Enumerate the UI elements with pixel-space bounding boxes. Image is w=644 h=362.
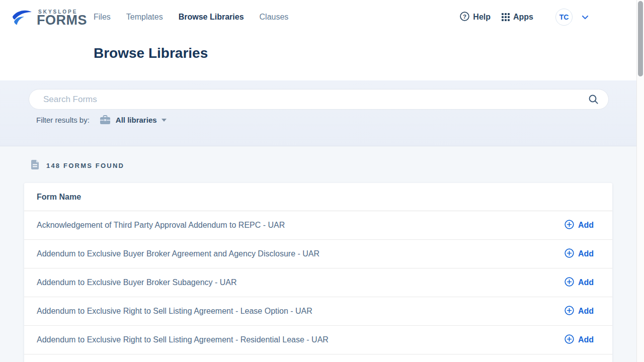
skyslope-swoosh-icon bbox=[11, 9, 33, 31]
results-count-label: 148 FORMS FOUND bbox=[46, 162, 124, 169]
avatar-initials: TC bbox=[559, 13, 569, 21]
page-scrollbar[interactable] bbox=[636, 0, 644, 362]
table-body: Acknowledgement of Third Party Approval … bbox=[24, 211, 612, 354]
search-input[interactable] bbox=[43, 95, 588, 105]
add-label: Add bbox=[578, 221, 594, 230]
add-form-button[interactable]: Add bbox=[565, 248, 594, 260]
table-row: Addendum to Exclusive Buyer Broker Subag… bbox=[24, 268, 612, 297]
results-section: 148 FORMS FOUND Form Name Acknowledgemen… bbox=[0, 147, 636, 362]
forms-table: Form Name Acknowledgement of Third Party… bbox=[24, 183, 612, 362]
add-form-button[interactable]: Add bbox=[565, 306, 594, 317]
column-header-form-name: Form Name bbox=[37, 193, 81, 202]
plus-circle-icon bbox=[565, 306, 574, 317]
add-label: Add bbox=[578, 335, 594, 344]
nav-item-templates[interactable]: Templates bbox=[126, 13, 163, 22]
search-bar bbox=[29, 89, 609, 110]
question-circle-icon: ? bbox=[460, 12, 469, 23]
table-row: Addendum to Exclusive Buyer Broker Agree… bbox=[24, 240, 612, 268]
add-form-button[interactable]: Add bbox=[565, 277, 594, 289]
avatar[interactable]: TC bbox=[555, 9, 573, 26]
table-header-row: Form Name bbox=[24, 183, 612, 211]
page-title: Browse Libraries bbox=[94, 45, 208, 61]
results-count-row: 148 FORMS FOUND bbox=[31, 159, 124, 172]
filter-label: Filter results by: bbox=[36, 116, 90, 124]
library-filter-dropdown[interactable]: All libraries bbox=[116, 116, 157, 124]
plus-circle-icon bbox=[565, 220, 574, 231]
add-label: Add bbox=[578, 278, 594, 287]
apps-button[interactable]: Apps bbox=[502, 13, 533, 22]
skyslope-forms-logo[interactable]: SKYSLOPE FORMS bbox=[11, 9, 87, 31]
nav-item-files[interactable]: Files bbox=[94, 13, 111, 22]
primary-nav: FilesTemplatesBrowse LibrariesClauses bbox=[94, 13, 288, 22]
plus-circle-icon bbox=[565, 248, 574, 260]
add-form-button[interactable]: Add bbox=[565, 220, 594, 231]
chevron-down-icon[interactable] bbox=[582, 15, 589, 20]
plus-circle-icon bbox=[565, 277, 574, 289]
help-button[interactable]: ? Help bbox=[460, 12, 491, 23]
form-name: Addendum to Exclusive Right to Sell List… bbox=[37, 307, 565, 316]
nav-item-browse-libraries[interactable]: Browse Libraries bbox=[179, 13, 244, 22]
header-actions: ? Help Apps TC bbox=[460, 9, 589, 26]
add-label: Add bbox=[578, 307, 594, 316]
form-name: Addendum to Exclusive Buyer Broker Subag… bbox=[37, 278, 565, 287]
add-form-button[interactable]: Add bbox=[565, 334, 594, 346]
filter-row: Filter results by: All libraries bbox=[36, 115, 167, 125]
svg-text:?: ? bbox=[463, 13, 466, 19]
search-filter-section: Filter results by: All libraries bbox=[0, 80, 636, 146]
help-label: Help bbox=[473, 13, 491, 22]
grid-icon bbox=[502, 13, 510, 21]
form-name: Addendum to Exclusive Right to Sell List… bbox=[37, 335, 565, 344]
table-row: Addendum to Exclusive Right to Sell List… bbox=[24, 297, 612, 326]
document-icon bbox=[31, 159, 39, 172]
table-row: Acknowledgement of Third Party Approval … bbox=[24, 211, 612, 240]
app-header: SKYSLOPE FORMS FilesTemplatesBrowse Libr… bbox=[0, 0, 636, 80]
plus-circle-icon bbox=[565, 334, 574, 346]
briefcase-icon bbox=[100, 115, 111, 125]
search-icon[interactable] bbox=[588, 94, 599, 105]
table-row: Addendum to Exclusive Right to Sell List… bbox=[24, 326, 612, 354]
form-name: Addendum to Exclusive Buyer Broker Agree… bbox=[37, 249, 565, 258]
form-name: Acknowledgement of Third Party Approval … bbox=[37, 221, 565, 230]
add-label: Add bbox=[578, 249, 594, 258]
caret-down-icon[interactable] bbox=[162, 119, 167, 122]
apps-label: Apps bbox=[513, 13, 533, 22]
nav-item-clauses[interactable]: Clauses bbox=[260, 13, 289, 22]
logo-line2: FORMS bbox=[37, 15, 87, 26]
logo-wordmark: SKYSLOPE FORMS bbox=[37, 9, 87, 26]
scrollbar-thumb[interactable] bbox=[638, 1, 643, 76]
